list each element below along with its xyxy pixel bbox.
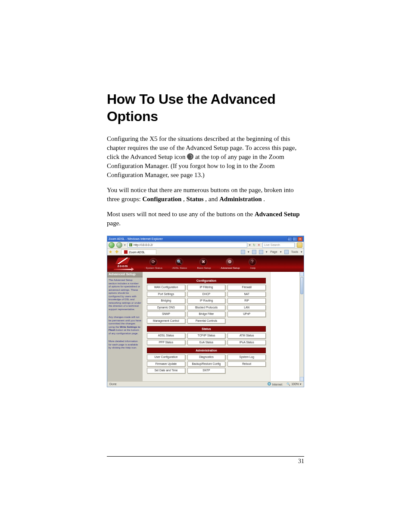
- zoom-favicon-icon: [124, 250, 128, 254]
- config-button[interactable]: LAN: [227, 305, 266, 311]
- status-button[interactable]: EoA Status: [187, 340, 226, 345]
- tab-label: Zoom ADSL: [129, 251, 145, 254]
- admin-button[interactable]: Backup/Restore Config: [187, 361, 226, 367]
- status-button[interactable]: ATM Status: [227, 333, 266, 339]
- config-button[interactable]: WAN Configuration: [147, 285, 185, 290]
- text-bold: Configuration: [142, 196, 181, 202]
- config-button[interactable]: Port Settings: [147, 292, 185, 297]
- config-button[interactable]: UPnP: [227, 311, 266, 317]
- maximize-button[interactable]: □: [293, 237, 297, 241]
- ie-nav-bar: ▾ 🅴 http://10.0.0.2/ ▾ ↻ ✕ Live Search: [107, 242, 304, 249]
- body-paragraph-2: You will notice that there are numerous …: [107, 186, 304, 204]
- nav-system-status[interactable]: ⟳ · System Status: [144, 258, 162, 269]
- text: page.: [107, 220, 121, 227]
- tools-icon[interactable]: [284, 250, 289, 254]
- refresh-icon[interactable]: ↻: [253, 243, 255, 246]
- status-done: Done: [109, 383, 117, 386]
- nav-label: · Help: [249, 267, 256, 269]
- admin-button[interactable]: Diagnostics: [187, 355, 226, 360]
- text-bold: Advanced Setup: [255, 211, 300, 218]
- status-button[interactable]: IPoA Status: [227, 340, 266, 345]
- sidebar-title: Advanced Setup: [107, 272, 143, 277]
- forward-button[interactable]: [116, 242, 122, 248]
- config-button[interactable]: Blocked Protocols: [187, 305, 226, 311]
- admin-button[interactable]: SNTP: [187, 368, 226, 373]
- back-button[interactable]: [109, 242, 115, 248]
- ie-status-bar: Done Internet 🔍 100% ▾: [107, 381, 304, 387]
- nav-basic-setup[interactable]: ✖ · Basic Setup: [196, 258, 211, 269]
- status-grid: ADSL StatusTCP/IP StatusATM StatusPPP St…: [147, 333, 266, 345]
- zoom-logo-text: zoom: [118, 264, 128, 268]
- nav-label: · ADSL Status: [171, 267, 187, 269]
- url-text: http://10.0.0.2/: [134, 243, 153, 246]
- zoom-header: zoom ⟳ · System Status 🔍 · ADSL Status ✖…: [107, 255, 304, 272]
- sidebar-paragraph: More detailed information for each page …: [107, 339, 143, 353]
- body-paragraph-3: Most users will not need to use any of t…: [107, 210, 304, 228]
- config-button[interactable]: DHCP: [187, 292, 226, 297]
- favorites-star-icon[interactable]: ★: [109, 250, 112, 254]
- nav-label: · Advanced Setup: [220, 267, 240, 269]
- section-header-status: Status: [147, 326, 266, 332]
- advanced-setup-icon: [187, 153, 193, 160]
- zoom-top-nav: ⟳ · System Status 🔍 · ADSL Status ✖ · Ba…: [144, 258, 256, 269]
- sidebar-paragraph: Any changes made will not be permanent u…: [107, 314, 143, 339]
- browser-tab[interactable]: Zoom ADSL: [121, 249, 156, 254]
- zoom-logo-icon: [115, 258, 131, 264]
- text: , and: [205, 196, 219, 202]
- section-header-administration: Administration: [147, 348, 266, 353]
- nav-help[interactable]: ? · Help: [249, 258, 256, 269]
- config-button[interactable]: Firewall: [227, 285, 266, 290]
- admin-button[interactable]: User Configuration: [147, 355, 185, 360]
- page-icon: 🅴: [129, 243, 132, 246]
- config-button[interactable]: Bridge Filter: [187, 311, 226, 317]
- admin-button[interactable]: Set Date and Time: [147, 368, 185, 373]
- close-button[interactable]: ×: [298, 237, 302, 241]
- config-button[interactable]: Management Control: [147, 318, 185, 324]
- body-paragraph-1: Configuring the X5 for the situations de…: [107, 134, 304, 180]
- search-button[interactable]: [297, 243, 302, 248]
- wrench-icon: ✖: [202, 260, 205, 264]
- config-button[interactable]: SNMP: [147, 311, 185, 317]
- stop-icon[interactable]: ✕: [258, 243, 260, 246]
- add-favorites-icon[interactable]: ✚: [115, 250, 118, 254]
- page-number: 31: [107, 457, 304, 465]
- text: .: [263, 196, 265, 202]
- print-icon[interactable]: [259, 250, 263, 254]
- admin-button[interactable]: Reboot: [227, 361, 266, 367]
- page-menu[interactable]: Page: [270, 250, 277, 253]
- zoom-level[interactable]: 🔍 100% ▾: [286, 383, 302, 386]
- config-button[interactable]: Bridging: [147, 298, 185, 304]
- status-button[interactable]: TCP/IP Status: [187, 333, 226, 339]
- config-button[interactable]: NAT: [227, 292, 266, 297]
- feeds-icon[interactable]: [252, 250, 256, 254]
- minimize-button[interactable]: –: [287, 237, 292, 241]
- nav-advanced-setup[interactable]: ⚙ · Advanced Setup: [220, 258, 240, 269]
- config-button[interactable]: RIP: [227, 298, 266, 304]
- address-bar[interactable]: 🅴 http://10.0.0.2/: [128, 243, 247, 248]
- search-box[interactable]: Live Search: [262, 243, 295, 248]
- scroll-down-button[interactable]: [300, 377, 304, 381]
- config-button[interactable]: IP Routing: [187, 298, 226, 304]
- status-button[interactable]: PPP Status: [147, 340, 185, 345]
- text: Most users will not need to use any of t…: [107, 211, 255, 218]
- admin-button[interactable]: Firmware Update: [147, 361, 185, 367]
- tools-menu[interactable]: Tools: [291, 250, 298, 253]
- zoom-arrow-icon: [114, 269, 132, 270]
- go-dropdown-icon[interactable]: ▾: [249, 243, 251, 246]
- scroll-up-button[interactable]: [300, 272, 304, 276]
- home-icon[interactable]: [241, 250, 245, 254]
- ie-title-bar: Zoom ADSL - Windows Internet Explorer – …: [107, 236, 304, 242]
- text-bold: Administration: [219, 196, 262, 202]
- config-button[interactable]: IP Filtering: [187, 285, 226, 290]
- admin-button[interactable]: System Log: [227, 355, 266, 360]
- status-button[interactable]: ADSL Status: [147, 333, 185, 339]
- text-bold: Status: [187, 196, 204, 202]
- config-button[interactable]: Parental Controls: [187, 318, 226, 324]
- scroll-thumb[interactable]: [300, 277, 303, 294]
- nav-adsl-status[interactable]: 🔍 · ADSL Status: [171, 258, 187, 269]
- config-button[interactable]: Dynamic DNS: [147, 305, 185, 311]
- scrollbar[interactable]: [299, 272, 304, 381]
- main-panel: Configuration WAN ConfigurationIP Filter…: [143, 272, 270, 381]
- sidebar: Advanced Setup The Advanced Setup sectio…: [107, 272, 143, 381]
- search-placeholder: Live Search: [264, 243, 280, 246]
